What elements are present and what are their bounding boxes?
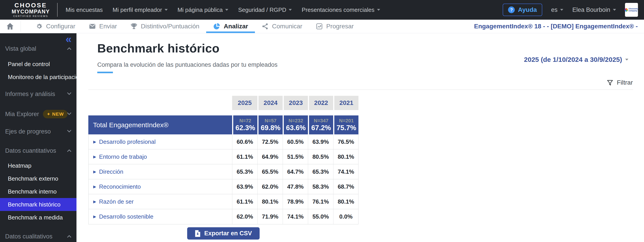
- value-cell: 71.9%: [258, 209, 283, 224]
- value-cell: 61.1%: [232, 194, 258, 209]
- table-row-desarrollo-profesional: ▶ Desarrollo profesional 60.6% 72.5% 60.…: [88, 134, 358, 149]
- menu-label: Mi página pública: [178, 6, 223, 13]
- tab-configurar[interactable]: Configurar: [29, 20, 82, 33]
- tab-distintivo-puntuacion[interactable]: Distintivo/Puntuación: [124, 20, 206, 33]
- help-button[interactable]: ? Ayuda: [503, 3, 542, 16]
- language-selector[interactable]: es: [551, 6, 564, 13]
- row-label-text: Desarrollo sostenible: [99, 213, 154, 220]
- caret-down-icon: [560, 9, 563, 11]
- total-cell: N=57 69.8%: [258, 116, 283, 134]
- filter-button[interactable]: Filtrar: [607, 79, 633, 86]
- item-label: Panel de control: [8, 61, 50, 68]
- tab-progresar[interactable]: Progresar: [309, 20, 360, 33]
- sidebar-item-benchmark-historico[interactable]: Benchmark histórico: [0, 198, 76, 211]
- total-cell: N=347 67.2%: [308, 116, 333, 134]
- survey-context-text: EngagementIndex® 18 - - [DEMO] Engagemen…: [474, 23, 638, 30]
- new-badge: ✦ NEW: [43, 110, 68, 118]
- section-label: Ejes de progreso: [5, 128, 51, 135]
- home-icon: [6, 22, 14, 31]
- menu-item-mi-pagina-publica[interactable]: Mi página pública: [178, 6, 228, 13]
- help-label: Ayuda: [518, 6, 537, 13]
- tab-label: Comunicar: [272, 23, 302, 30]
- value-cell: 63.9%: [232, 179, 258, 194]
- export-row: Exportar en CSV: [88, 227, 358, 240]
- expand-caret-icon: ▶: [93, 184, 96, 189]
- sidebar-item-benchmark-a-medida[interactable]: Benchmark a medida: [0, 211, 76, 224]
- brand-line-1: CHOOSE: [12, 2, 50, 8]
- tab-analizar[interactable]: Analizar: [206, 20, 255, 33]
- caret-down-icon: [225, 9, 228, 11]
- topbar-menu: Mis encuestas Mi perfil empleador Mi pág…: [66, 6, 380, 13]
- total-row-label: Total EngagementIndex®: [88, 116, 232, 134]
- sidebar-section-datos-cuantitativos[interactable]: Datos cuantitativos: [0, 147, 76, 154]
- period-selector[interactable]: 2025 (de 1/10/2024 a 30/9/2025): [524, 46, 628, 73]
- expand-caret-icon: ▶: [93, 199, 96, 204]
- sidebar-item-benchmark-interno[interactable]: Benchmark interno: [0, 185, 76, 198]
- brand-logo[interactable]: CHOOSE MYCOMPANY CERTIFIED REVIEWS: [12, 2, 50, 17]
- page-title: Benchmark histórico: [97, 41, 278, 55]
- menu-item-seguridad-rgpd[interactable]: Seguridad / RGPD: [238, 6, 292, 13]
- sidebar-section-mia-explorer[interactable]: Mia Explorer ✦ NEW: [0, 111, 76, 118]
- sidebar-section-datos-cualitativos[interactable]: Datos cualitativos: [0, 233, 76, 240]
- row-label[interactable]: ▶ Entorno de trabajo: [88, 149, 232, 164]
- app-screen: CHOOSE MYCOMPANY CERTIFIED REVIEWS Mis e…: [0, 0, 644, 242]
- sidebar-item-panel-de-control[interactable]: Panel de control: [0, 58, 76, 71]
- value-cell: 80.1%: [333, 194, 358, 209]
- caret-down-icon: [377, 9, 380, 11]
- nav-divider: [20, 21, 21, 32]
- sidebar-section-vista-global[interactable]: Vista global: [0, 45, 76, 52]
- year-column-2024: 2024: [258, 96, 283, 110]
- expand-caret-icon: ▶: [93, 154, 96, 159]
- row-label[interactable]: ▶ Desarrollo sostenible: [88, 209, 232, 224]
- menu-label: Presentaciones comerciales: [302, 6, 374, 13]
- value-cell: 61.1%: [232, 149, 258, 164]
- total-percentage: 67.2%: [311, 124, 331, 132]
- export-csv-button[interactable]: Exportar en CSV: [187, 227, 260, 240]
- row-label[interactable]: ▶ Razón de ser: [88, 194, 232, 209]
- chevron-up-icon: [67, 47, 71, 51]
- user-menu[interactable]: Elea Bourboin: [572, 6, 616, 13]
- title-block: Benchmark histórico Compara la evolución…: [97, 41, 278, 73]
- sidebar-section-ejes-progreso[interactable]: Ejes de progreso: [0, 128, 76, 135]
- pinwheel-icon: [624, 8, 628, 12]
- n-count: N=57: [264, 118, 276, 124]
- section-label: Informes y análisis: [5, 91, 55, 98]
- sidebar-item-benchmark-externo[interactable]: Benchmark externo: [0, 172, 76, 185]
- row-label[interactable]: ▶ Reconocimiento: [88, 179, 232, 194]
- value-cell: 68.7%: [333, 179, 358, 194]
- n-count: N=232: [288, 118, 303, 124]
- value-cell: 72.5%: [258, 134, 283, 149]
- menu-item-mis-encuestas[interactable]: Mis encuestas: [66, 6, 103, 13]
- row-label[interactable]: ▶ Dirección: [88, 164, 232, 179]
- sparkle-icon: ✦: [47, 112, 50, 116]
- filter-row: Filtrar: [76, 79, 644, 86]
- menu-item-mi-perfil-empleador[interactable]: Mi perfil empleador: [113, 6, 168, 13]
- sidebar-item-heatmap[interactable]: Heatmap: [0, 159, 76, 172]
- n-count: N=347: [314, 118, 328, 124]
- benchmark-table: 2025 2024 2023 2022 2021 Total Engagemen…: [88, 96, 358, 224]
- value-cell: 63.9%: [308, 134, 333, 149]
- survey-context[interactable]: EngagementIndex® 18 - - [DEMO] Engagemen…: [474, 20, 644, 33]
- sidebar-section-informes-analisis[interactable]: Informes y análisis: [0, 90, 76, 98]
- content-divider: [88, 90, 633, 90]
- tab-comunicar[interactable]: Comunicar: [255, 20, 309, 33]
- home-button[interactable]: [0, 20, 20, 33]
- collapse-sidebar-icon[interactable]: «: [66, 34, 72, 44]
- caret-down-icon: [289, 9, 292, 11]
- expand-caret-icon: ▶: [93, 214, 96, 219]
- envelope-icon: [89, 23, 96, 30]
- year-column-2022: 2022: [308, 96, 333, 110]
- year-column-2023: 2023: [283, 96, 308, 110]
- value-cell: 60.6%: [232, 134, 258, 149]
- trophy-icon: [130, 23, 138, 30]
- menu-item-presentaciones[interactable]: Presentaciones comerciales: [302, 6, 380, 13]
- tab-label: Enviar: [99, 23, 117, 30]
- filter-label: Filtrar: [617, 79, 633, 86]
- row-label[interactable]: ▶ Desarrollo profesional: [88, 134, 232, 149]
- gear-icon: [36, 23, 43, 30]
- sidebar-item-monitoreo-participacion[interactable]: Monitoreo de la participación: [0, 71, 76, 84]
- chevron-up-icon: [67, 235, 71, 239]
- row-label-text: Dirección: [99, 168, 123, 175]
- title-accent-bar: [97, 72, 113, 73]
- tab-enviar[interactable]: Enviar: [82, 20, 124, 33]
